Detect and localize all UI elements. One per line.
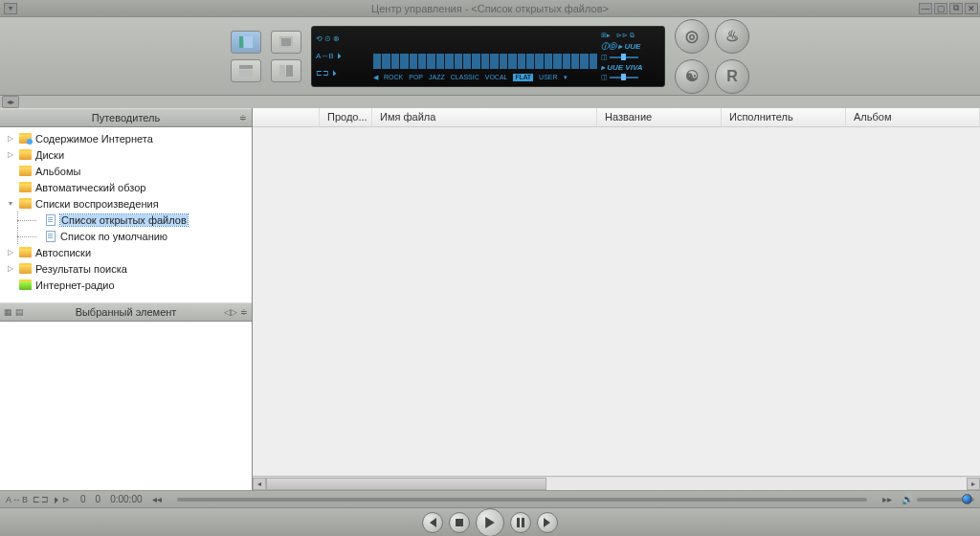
viz-slider-2[interactable]: ◫ [601,74,660,81]
col-artist[interactable]: Исполнитель [722,108,846,126]
restore-button[interactable]: ⧉ [949,3,963,14]
eq-preset-pop[interactable]: POP [409,74,423,81]
horizontal-scrollbar: ◂ ▸ [253,476,980,490]
tree-item-search-results[interactable]: ▷Результаты поиска [0,260,252,277]
svg-rect-7 [286,65,293,77]
burn-button[interactable]: ◎ [675,19,709,54]
eq-preset-vocal[interactable]: VOCAL [485,74,508,81]
file-grid[interactable] [253,127,980,476]
play-button[interactable] [476,508,504,537]
sidebar-expand-handle[interactable]: ◂▸ [2,96,19,108]
tree-item-autolists[interactable]: ▷Автосписки [0,244,252,260]
seek-fwd-button[interactable]: ▸▸ [882,494,892,504]
maximize-button[interactable]: ▢ [934,3,947,14]
flame-button[interactable]: ♨ [715,19,749,54]
selected-panel-header: ▦ ▤ Выбранный элемент ◁▷ ≑ [0,302,252,322]
volume-thumb[interactable] [962,494,972,504]
guide-collapse-icon[interactable]: ≑ [239,113,247,123]
svg-rect-0 [239,36,243,48]
status-time: 0:00:00 [110,494,142,504]
tree-item-internet-radio[interactable]: Интернет-радио [0,277,252,293]
viz-brand-1: ⓘⓞ ▸ UUE [601,41,660,52]
prev-button[interactable] [422,512,443,533]
eq-preset-right[interactable]: ▾ [564,74,568,81]
col-album[interactable]: Альбом [846,108,980,126]
main-toolbar: ⟲ ⊙ ⊗ A↔B ⏵ ⊏⊐ ⏵ ◀ ROCK POP JAZZ CLASSIC… [0,17,980,96]
seek-back-button[interactable]: ◂◂ [152,494,162,504]
pause-button[interactable] [510,512,531,533]
column-headers: Продо... Имя файла Название Исполнитель … [253,108,980,127]
tree-item-default-list[interactable]: Список по умолчанию [0,228,252,244]
viz-mid-label[interactable]: A↔B ⏵ [316,52,369,60]
viz-brand-icons: ⊞▸ ⊳⊳ ⧉ [601,32,635,38]
eq-preset-classic[interactable]: CLASSIC [451,74,479,81]
viz-brand-2: ▸ UUE VIVA [601,63,660,72]
svg-rect-5 [281,38,291,46]
r-button[interactable]: R [715,59,749,94]
svg-rect-6 [279,65,285,77]
window-title: Центр управления - <Список открытых файл… [371,3,609,14]
scroll-track[interactable] [266,478,967,490]
svg-rect-3 [239,70,253,77]
scroll-right-button[interactable]: ▸ [967,478,980,490]
minimize-button[interactable]: — [919,3,932,14]
selected-panel-mode-icons[interactable]: ▦ ▤ [4,307,24,317]
tree-item-auto-overview[interactable]: Автоматический обзор [0,179,252,195]
eq-preset-left[interactable]: ◀ [373,74,378,81]
tree-item-disks[interactable]: ▷Диски [0,146,252,163]
navigation-tree: ▷Содержимое Интернета ▷Диски Альбомы Авт… [0,127,252,302]
app-menu-button[interactable]: ▾ [4,3,17,14]
guide-panel-header: Путеводитель ≑ [0,108,252,127]
sidebar: Путеводитель ≑ ▷Содержимое Интернета ▷Ди… [0,108,253,490]
svg-rect-1 [244,36,253,48]
view-mode-1-button[interactable] [231,31,261,54]
eq-bars[interactable]: ◀ ROCK POP JAZZ CLASSIC VOCAL FLAT USER … [373,31,597,82]
col-filename[interactable]: Имя файла [372,108,597,126]
view-mode-4-button[interactable] [271,59,301,82]
tree-item-open-files-list[interactable]: Список открытых файлов [0,212,252,228]
equalizer-visualizer: ⟲ ⊙ ⊗ A↔B ⏵ ⊏⊐ ⏵ ◀ ROCK POP JAZZ CLASSIC… [311,26,665,87]
viz-slider-1[interactable]: ◫ [601,54,660,61]
selected-title: Выбранный элемент [76,306,177,318]
status-mode-label[interactable]: A↔B ⊏⊐ ⏵⊳ [6,495,71,504]
tree-item-playlists[interactable]: ▾Списки воспроизведения [0,195,252,212]
tree-item-albums[interactable]: Альбомы [0,163,252,179]
view-mode-2-button[interactable] [231,59,261,82]
viz-top-icons[interactable]: ⟲ ⊙ ⊗ [316,34,369,43]
col-title[interactable]: Название [597,108,722,126]
tree-item-internet-content[interactable]: ▷Содержимое Интернета [0,130,252,146]
scroll-thumb[interactable] [266,478,546,490]
seek-bar[interactable] [177,498,867,502]
eq-preset-user[interactable]: USER [539,74,557,81]
titlebar: ▾ Центр управления - <Список открытых фа… [0,0,980,17]
volume-slider[interactable] [917,498,974,502]
viz-bot-label[interactable]: ⊏⊐ ⏵ [316,69,369,78]
content-area: Продо... Имя файла Название Исполнитель … [253,108,980,490]
scroll-left-button[interactable]: ◂ [253,478,266,490]
eq-presets: ◀ ROCK POP JAZZ CLASSIC VOCAL FLAT USER … [373,74,597,81]
stop-button[interactable] [449,512,470,533]
selected-element-body [0,322,252,491]
status-track-cur: 0 [80,494,86,504]
svg-rect-10 [522,518,524,527]
eq-preset-rock[interactable]: ROCK [384,74,403,81]
col-duration[interactable]: Продо... [320,108,372,126]
col-blank[interactable] [253,108,320,126]
next-button[interactable] [537,512,558,533]
playback-controls [0,507,980,536]
view-mode-3-button[interactable] [271,31,301,54]
record-button[interactable]: ☯ [675,59,709,94]
status-bar: A↔B ⊏⊐ ⏵⊳ 0 0 0:00:00 ◂◂ ▸▸ 🔊 [0,490,980,507]
svg-rect-8 [456,519,463,526]
close-button[interactable]: ✕ [965,3,978,14]
volume-icon[interactable]: 🔊 [902,494,913,504]
svg-rect-9 [517,518,520,527]
guide-title: Путеводитель [92,112,160,123]
status-track-total: 0 [96,494,101,504]
eq-preset-jazz[interactable]: JAZZ [429,74,445,81]
svg-rect-2 [239,65,253,69]
eq-preset-flat[interactable]: FLAT [513,74,533,81]
selected-panel-nav-icons[interactable]: ◁▷ ≑ [224,307,248,317]
